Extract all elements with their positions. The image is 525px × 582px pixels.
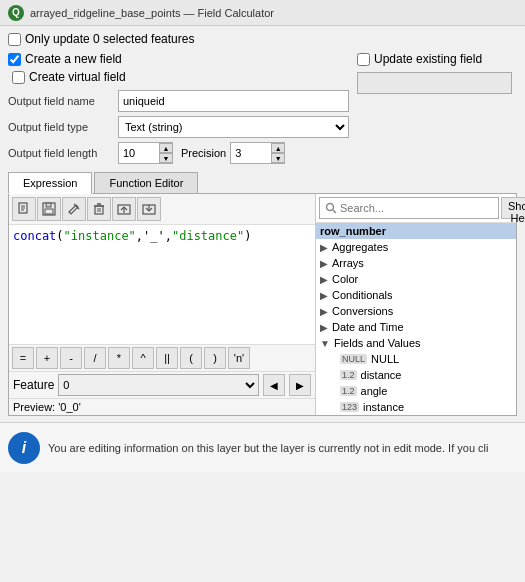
output-field-length-spinbox: ▲ ▼ bbox=[118, 142, 173, 164]
search-input[interactable] bbox=[319, 197, 499, 219]
output-field-type-label: Output field type bbox=[8, 121, 118, 133]
bottom-bar: i You are editing information on this la… bbox=[0, 422, 525, 472]
update-selected-checkbox[interactable] bbox=[8, 33, 21, 46]
precision-spinbox-arrows: ▲ ▼ bbox=[271, 143, 285, 163]
output-field-length-label: Output field length bbox=[8, 147, 118, 159]
output-field-length-row: Output field length ▲ ▼ Precision ▲ ▼ bbox=[8, 142, 349, 164]
precision-input[interactable] bbox=[233, 147, 271, 159]
tree-child-angle[interactable]: 1.2 angle bbox=[316, 383, 516, 399]
tabs-bar: Expression Function Editor bbox=[8, 172, 517, 194]
info-icon: i bbox=[8, 432, 40, 464]
expression-code-area[interactable]: concat("instance",'_',"distance") bbox=[9, 225, 315, 344]
preview-value: '0_0' bbox=[58, 401, 81, 413]
feature-next[interactable]: ▶ bbox=[289, 374, 311, 396]
preview-row: Preview: '0_0' bbox=[9, 398, 315, 415]
distance-type-badge: 1.2 bbox=[340, 370, 357, 380]
tree-group-fields-values[interactable]: ▼ Fields and Values bbox=[316, 335, 516, 351]
group-label-fields-values: Fields and Values bbox=[334, 337, 421, 349]
op-close-paren[interactable]: ) bbox=[204, 347, 226, 369]
op-divide[interactable]: / bbox=[84, 347, 106, 369]
output-field-type-row: Output field type Text (string) Whole nu… bbox=[8, 116, 349, 138]
load-button[interactable] bbox=[112, 197, 136, 221]
angle-type-badge: 1.2 bbox=[340, 386, 357, 396]
length-spin-up[interactable]: ▲ bbox=[159, 143, 173, 153]
edit-button[interactable] bbox=[62, 197, 86, 221]
precision-spin-up[interactable]: ▲ bbox=[271, 143, 285, 153]
editor-area: concat("instance",'_',"distance") = + - … bbox=[8, 194, 517, 416]
tree-group-conditionals[interactable]: ▶ Conditionals bbox=[316, 287, 516, 303]
op-power[interactable]: ^ bbox=[132, 347, 154, 369]
tree-child-instance[interactable]: 123 instance bbox=[316, 399, 516, 415]
virtual-field-checkbox[interactable] bbox=[12, 71, 25, 84]
op-equals[interactable]: = bbox=[12, 347, 34, 369]
new-button[interactable] bbox=[12, 197, 36, 221]
precision-spinbox: ▲ ▼ bbox=[230, 142, 285, 164]
save-button[interactable] bbox=[37, 197, 61, 221]
tab-function-editor[interactable]: Function Editor bbox=[94, 172, 198, 193]
feature-select[interactable]: 0 bbox=[58, 374, 259, 396]
create-new-field-checkbox[interactable] bbox=[8, 53, 21, 66]
instance-label: instance bbox=[363, 401, 404, 413]
precision-label: Precision bbox=[181, 147, 226, 159]
tree-group-date-time[interactable]: ▶ Date and Time bbox=[316, 319, 516, 335]
tree-group-aggregates[interactable]: ▶ Aggregates bbox=[316, 239, 516, 255]
group-label-color: Color bbox=[332, 273, 358, 285]
feature-row: Feature 0 ◀ ▶ bbox=[9, 371, 315, 398]
window-title: arrayed_ridgeline_base_points — Field Ca… bbox=[30, 7, 274, 19]
update-selected-row: Only update 0 selected features bbox=[8, 32, 517, 46]
arrow-date-time: ▶ bbox=[320, 322, 328, 333]
tab-expression[interactable]: Expression bbox=[8, 172, 92, 194]
app-icon: Q bbox=[8, 5, 24, 21]
group-label-conversions: Conversions bbox=[332, 305, 393, 317]
group-label-arrays: Arrays bbox=[332, 257, 364, 269]
delete-button[interactable] bbox=[87, 197, 111, 221]
update-existing-field-row: Update existing field bbox=[357, 52, 517, 66]
feature-prev[interactable]: ◀ bbox=[263, 374, 285, 396]
operators-row: = + - / * ^ || ( ) 'n' bbox=[9, 344, 315, 371]
null-type-badge: NULL bbox=[340, 354, 367, 364]
function-panel: Show Help row_number ▶ Aggregates ▶ Arra… bbox=[316, 194, 516, 415]
arrow-conditionals: ▶ bbox=[320, 290, 328, 301]
virtual-field-label: Create virtual field bbox=[29, 70, 126, 84]
info-text: You are editing information on this laye… bbox=[48, 442, 488, 454]
length-spin-down[interactable]: ▼ bbox=[159, 153, 173, 163]
tree-group-conversions[interactable]: ▶ Conversions bbox=[316, 303, 516, 319]
top-section: Create a new field Create virtual field … bbox=[8, 52, 517, 168]
show-help-button[interactable]: Show Help bbox=[501, 197, 525, 219]
null-label: NULL bbox=[371, 353, 399, 365]
tree-child-distance[interactable]: 1.2 distance bbox=[316, 367, 516, 383]
group-label-aggregates: Aggregates bbox=[332, 241, 388, 253]
update-existing-field-checkbox[interactable] bbox=[357, 53, 370, 66]
distance-label: distance bbox=[361, 369, 402, 381]
op-concat[interactable]: || bbox=[156, 347, 178, 369]
tree-group-arrays[interactable]: ▶ Arrays bbox=[316, 255, 516, 271]
search-bar: Show Help bbox=[316, 194, 516, 223]
op-multiply[interactable]: * bbox=[108, 347, 130, 369]
precision-spin-down[interactable]: ▼ bbox=[271, 153, 285, 163]
group-label-conditionals: Conditionals bbox=[332, 289, 393, 301]
op-open-paren[interactable]: ( bbox=[180, 347, 202, 369]
expression-toolbar bbox=[9, 194, 315, 225]
create-new-field-label: Create a new field bbox=[25, 52, 122, 66]
op-newline[interactable]: 'n' bbox=[228, 347, 250, 369]
output-field-length-input[interactable] bbox=[121, 147, 159, 159]
feature-label: Feature bbox=[13, 378, 54, 392]
preview-label: Preview: bbox=[13, 401, 55, 413]
output-field-name-row: Output field name bbox=[8, 90, 349, 112]
arrow-color: ▶ bbox=[320, 274, 328, 285]
tree-item-row-number[interactable]: row_number bbox=[316, 223, 516, 239]
create-new-field-row: Create a new field bbox=[8, 52, 349, 66]
output-field-name-label: Output field name bbox=[8, 95, 118, 107]
output-field-type-select[interactable]: Text (string) Whole number (integer) Dec… bbox=[118, 116, 349, 138]
output-field-name-input[interactable] bbox=[118, 90, 349, 112]
main-content: Only update 0 selected features Create a… bbox=[0, 26, 525, 422]
right-panel: Update existing field bbox=[357, 52, 517, 168]
op-minus[interactable]: - bbox=[60, 347, 82, 369]
tree-child-null[interactable]: NULL NULL bbox=[316, 351, 516, 367]
tree-group-color[interactable]: ▶ Color bbox=[316, 271, 516, 287]
length-spinbox-arrows: ▲ ▼ bbox=[159, 143, 173, 163]
arrow-arrays: ▶ bbox=[320, 258, 328, 269]
export-button[interactable] bbox=[137, 197, 161, 221]
op-plus[interactable]: + bbox=[36, 347, 58, 369]
svg-rect-8 bbox=[95, 206, 103, 214]
